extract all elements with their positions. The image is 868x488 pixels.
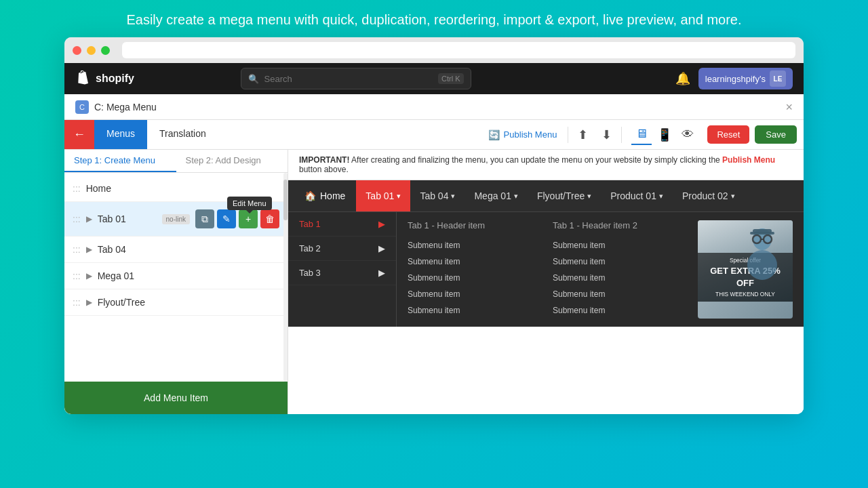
notice-strip: IMPORTANT! After creating and finalizing… xyxy=(288,150,804,180)
nav-tab04-label: Tab 04 xyxy=(420,190,448,201)
browser-dot-yellow[interactable] xyxy=(87,46,96,55)
steps-bar: Step 1: Create Menu Step 2: Add Design xyxy=(64,150,288,173)
dd-col1-item5[interactable]: Submenu item xyxy=(408,302,539,319)
back-button[interactable]: ← xyxy=(64,120,94,149)
refresh-icon: 🔄 xyxy=(488,129,500,140)
nav-tab04[interactable]: Tab 04 ▾ xyxy=(410,180,465,211)
search-icon: 🔍 xyxy=(248,74,259,84)
menu-item-mega01[interactable]: ::: ▶ Mega 01 xyxy=(64,263,288,289)
dd-col2-item2[interactable]: Submenu item xyxy=(553,253,684,270)
tab-translation[interactable]: Translation xyxy=(147,120,218,149)
menu-item-flyout[interactable]: ::: ▶ Flyout/Tree xyxy=(64,289,288,316)
nav-mega01[interactable]: Mega 01 ▾ xyxy=(465,180,527,211)
dd-tab2-label: Tab 2 xyxy=(299,243,321,253)
user-name: learningshpify's xyxy=(705,74,766,84)
menu-item-flyout-label: Flyout/Tree xyxy=(98,297,279,308)
delete-button[interactable]: 🗑 xyxy=(260,209,279,228)
browser-dot-green[interactable] xyxy=(101,46,110,55)
dd-image-placeholder: Special offer GET EXTRA 25% OFF THIS WEE… xyxy=(698,220,793,302)
dd-col2-item3[interactable]: Submenu item xyxy=(553,270,684,286)
publish-button[interactable]: 🔄 Publish Menu xyxy=(483,127,563,143)
dd-col1-item3[interactable]: Submenu item xyxy=(408,270,539,286)
drag-handle-mega01: ::: xyxy=(73,270,81,281)
notice-text: After creating and finalizing the menu, … xyxy=(351,155,722,165)
nav-mega01-label: Mega 01 xyxy=(474,190,511,201)
menu-item-tab01-label: Tab 01 xyxy=(98,214,157,224)
step1-tab[interactable]: Step 1: Create Menu xyxy=(64,150,176,172)
nav-home[interactable]: 🏠 Home xyxy=(294,180,356,211)
dd-tab1-chevron: ▶ xyxy=(378,219,385,229)
dd-tab1[interactable]: Tab 1 ▶ xyxy=(288,212,396,237)
save-button[interactable]: Save xyxy=(755,125,797,144)
tab-menus-label: Menus xyxy=(106,128,135,139)
dd-col1-header: Tab 1 - Header item xyxy=(408,220,539,230)
reset-button[interactable]: Reset xyxy=(707,125,749,144)
nav-tab01-label: Tab 01 xyxy=(366,190,394,201)
desktop-icon[interactable]: 🖥 xyxy=(631,124,652,145)
nav-tab01[interactable]: Tab 01 ▾ xyxy=(356,180,410,211)
menu-item-tab01-arrow: ▶ xyxy=(86,214,92,224)
nav-product02[interactable]: Product 02 ▾ xyxy=(673,180,745,211)
search-bar[interactable]: 🔍 Ctrl K xyxy=(241,68,471,89)
dd-tab1-label: Tab 1 xyxy=(299,219,321,229)
add-menu-button[interactable]: Add Menu Item xyxy=(64,382,288,414)
export-button[interactable]: ⬇ xyxy=(597,125,616,145)
no-link-badge: no-link xyxy=(162,214,190,224)
copy-button[interactable]: ⧉ xyxy=(195,209,214,228)
app-header: C C: Mega Menu × xyxy=(64,94,804,120)
right-panel: IMPORTANT! After creating and finalizing… xyxy=(288,150,804,414)
dd-col1-item4[interactable]: Submenu item xyxy=(408,286,539,302)
dd-col2-item1[interactable]: Submenu item xyxy=(553,237,684,253)
important-label: IMPORTANT! xyxy=(299,155,349,165)
nav-product01[interactable]: Product 01 ▾ xyxy=(601,180,673,211)
nav-tab01-chevron: ▾ xyxy=(397,192,401,201)
search-shortcut: Ctrl K xyxy=(438,73,464,84)
dd-col2-header: Tab 1 - Header item 2 xyxy=(553,220,684,230)
browser-window: shopify 🔍 Ctrl K 🔔 learningshpify's LE C… xyxy=(64,37,804,414)
dd-column1: Tab 1 - Header item Submenu item Submenu… xyxy=(408,220,539,319)
nav-product02-label: Product 02 xyxy=(682,190,728,201)
dd-offer-line3: THIS WEEKEND ONLY xyxy=(715,291,775,298)
close-button[interactable]: × xyxy=(785,101,793,113)
dd-col1-item1[interactable]: Submenu item xyxy=(408,237,539,253)
dd-col1-item2[interactable]: Submenu item xyxy=(408,253,539,270)
preview-nav: 🏠 Home Tab 01 ▾ Tab 04 ▾ Mega 01 ▾ Flyou… xyxy=(288,180,804,211)
divider2 xyxy=(621,127,622,143)
dd-tab2[interactable]: Tab 2 ▶ xyxy=(288,237,396,261)
device-icons: 🖥 📱 👁 xyxy=(627,124,702,145)
drag-handle-home: ::: xyxy=(73,183,81,194)
notification-icon[interactable]: 🔔 xyxy=(675,71,690,86)
edit-button[interactable]: ✎ xyxy=(217,209,236,228)
nav-home-label: Home xyxy=(320,190,345,201)
browser-addressbar[interactable] xyxy=(122,42,795,58)
step2-tab[interactable]: Step 2: Add Design xyxy=(176,150,288,172)
app-icon: C xyxy=(75,100,89,114)
home-icon: 🏠 xyxy=(304,190,316,201)
nav-product01-label: Product 01 xyxy=(610,190,656,201)
user-badge[interactable]: learningshpify's LE xyxy=(698,68,793,89)
nav-flyout[interactable]: Flyout/Tree ▾ xyxy=(528,180,601,211)
browser-dot-red[interactable] xyxy=(73,46,81,55)
tab-translation-label: Translation xyxy=(159,128,206,139)
import-button[interactable]: ⬆ xyxy=(574,125,592,145)
mobile-icon[interactable]: 📱 xyxy=(653,125,676,145)
search-input[interactable] xyxy=(264,74,433,84)
svg-rect-1 xyxy=(747,250,777,280)
preview-icon[interactable]: 👁 xyxy=(677,125,698,144)
scrollbar-thumb[interactable] xyxy=(283,180,288,220)
left-panel: Step 1: Create Menu Step 2: Add Design :… xyxy=(64,150,288,414)
dd-col2-item4[interactable]: Submenu item xyxy=(553,286,684,302)
dd-tab3[interactable]: Tab 3 ▶ xyxy=(288,261,396,285)
dd-image-banner: Special offer GET EXTRA 25% OFF THIS WEE… xyxy=(698,220,793,319)
menu-item-tab04[interactable]: ::: ▶ Tab 04 xyxy=(64,237,288,263)
menu-item-tab01[interactable]: ::: ▶ Tab 01 no-link Edit Menu ⧉ ✎ + 🗑 xyxy=(64,202,288,237)
dd-column2: Tab 1 - Header item 2 Submenu item Subme… xyxy=(553,220,684,319)
topbar-right: 🔔 learningshpify's LE xyxy=(675,68,793,89)
scrollbar-track[interactable] xyxy=(283,173,288,382)
dd-col2-item5[interactable]: Submenu item xyxy=(553,302,684,319)
menu-item-mega01-label: Mega 01 xyxy=(98,270,279,281)
dd-tab2-chevron: ▶ xyxy=(378,243,385,253)
nav-flyout-label: Flyout/Tree xyxy=(537,190,585,201)
tab-menus[interactable]: Menus xyxy=(94,120,147,149)
back-icon: ← xyxy=(73,127,85,142)
